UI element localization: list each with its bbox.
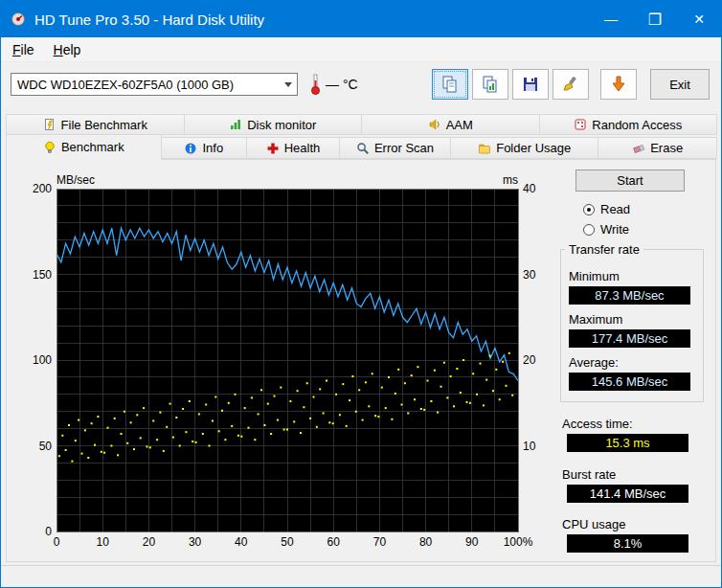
save-screenshot-button[interactable]	[512, 69, 549, 100]
benchmark-lightbulb-icon	[43, 141, 56, 154]
copy-text-button[interactable]	[432, 69, 468, 100]
burst-rate-value: 141.4 MB/sec	[567, 485, 688, 503]
tab-label: Folder Usage	[496, 141, 571, 155]
tab-label: Erase	[650, 141, 683, 155]
tab-erase[interactable]: Erase	[598, 137, 717, 159]
radio-selected-icon[interactable]	[583, 204, 595, 215]
start-button[interactable]: Start	[575, 170, 685, 192]
copy-screenshot-icon	[481, 75, 500, 94]
svg-text:40: 40	[523, 182, 536, 195]
transfer-rate-groupbox: Transfer rate Minimum 87.3 MB/sec Maximu…	[560, 249, 704, 402]
menu-bar: File Help	[1, 37, 721, 62]
transfer-rate-title: Transfer rate	[565, 242, 643, 257]
svg-text:0: 0	[54, 535, 60, 549]
svg-text:40: 40	[235, 535, 248, 549]
svg-text:50: 50	[281, 535, 294, 549]
tab-random-access[interactable]: Random Access	[539, 114, 718, 135]
minimize-button[interactable]: —	[589, 1, 633, 37]
disk-monitor-icon	[229, 118, 242, 131]
erase-icon	[632, 142, 645, 155]
svg-text:30: 30	[523, 268, 536, 282]
tab-row-front: Benchmark Info Health Error Scan Folder …	[6, 134, 716, 159]
benchmark-chart: 0501001502001020304001020304050607080901…	[14, 171, 547, 553]
menu-help[interactable]: Help	[44, 39, 91, 60]
health-cross-icon	[266, 142, 280, 155]
svg-text:100%: 100%	[504, 535, 533, 549]
svg-text:50: 50	[39, 440, 53, 453]
access-time-label: Access time:	[562, 417, 633, 431]
maximum-label: Maximum	[569, 312, 622, 327]
copy-screenshot-button[interactable]	[472, 69, 508, 100]
options-button[interactable]	[553, 69, 589, 100]
svg-text:90: 90	[465, 535, 479, 549]
drive-select[interactable]: WDC WD10EZEX-60ZF5A0 (1000 GB)	[11, 73, 298, 96]
folder-usage-icon	[478, 142, 491, 155]
close-button[interactable]: ✕	[677, 1, 721, 37]
read-radio[interactable]: Read	[583, 202, 630, 216]
write-radio[interactable]: Write	[583, 222, 629, 237]
save-icon	[521, 75, 540, 94]
svg-text:0: 0	[45, 525, 52, 538]
svg-text:80: 80	[419, 535, 433, 549]
tab-error-scan[interactable]: Error Scan	[339, 137, 451, 159]
svg-text:100: 100	[33, 353, 52, 367]
average-value: 145.6 MB/sec	[569, 373, 690, 391]
tab-health[interactable]: Health	[246, 137, 340, 159]
svg-text:150: 150	[33, 268, 52, 282]
svg-text:60: 60	[327, 535, 341, 549]
tab-strip: File Benchmark Disk monitor AAM Random A…	[6, 114, 716, 159]
svg-text:20: 20	[143, 535, 156, 549]
svg-text:10: 10	[97, 535, 110, 549]
drive-select-value: WDC WD10EZEX-60ZF5A0 (1000 GB)	[17, 78, 280, 92]
info-icon	[184, 142, 197, 155]
toolbar: WDC WD10EZEX-60ZF5A0 (1000 GB) — °C	[1, 62, 721, 106]
cpu-usage-label: CPU usage	[562, 517, 625, 531]
minimum-label: Minimum	[569, 269, 620, 283]
read-radio-label: Read	[600, 202, 630, 216]
title-bar: HD Tune Pro 3.50 - Hard Disk Utility — ❐…	[1, 1, 721, 37]
exit-button[interactable]: Exit	[650, 69, 710, 100]
app-icon	[11, 11, 26, 27]
maximize-button[interactable]: ❐	[633, 1, 677, 37]
cpu-usage-value: 8.1%	[567, 534, 688, 553]
svg-text:ms: ms	[503, 173, 518, 187]
aam-speaker-icon	[428, 118, 441, 131]
svg-text:20: 20	[523, 353, 536, 367]
tab-label: Random Access	[592, 118, 682, 132]
radio-unselected-icon[interactable]	[583, 224, 595, 236]
tab-label: Benchmark	[61, 140, 124, 154]
tab-disk-monitor[interactable]: Disk monitor	[184, 114, 363, 135]
window-controls: — ❐ ✕	[589, 1, 721, 37]
random-access-dice-icon	[574, 118, 587, 131]
tab-benchmark[interactable]: Benchmark	[6, 134, 162, 160]
tab-label: Disk monitor	[247, 118, 316, 132]
thermometer-icon	[309, 73, 322, 96]
window-title: HD Tune Pro 3.50 - Hard Disk Utility	[34, 11, 264, 28]
access-time-value: 15.3 ms	[567, 434, 688, 452]
tab-label: Error Scan	[374, 141, 434, 155]
tab-file-benchmark[interactable]: File Benchmark	[6, 114, 185, 135]
tab-folder-usage[interactable]: Folder Usage	[450, 137, 598, 159]
copy-text-icon	[440, 75, 460, 94]
tab-label: Info	[202, 141, 223, 155]
temperature-readout: — °C	[326, 77, 358, 92]
svg-text:MB/sec: MB/sec	[56, 173, 95, 187]
menu-file[interactable]: File	[3, 39, 44, 60]
average-label: Average:	[569, 355, 619, 370]
tab-label: AAM	[446, 118, 473, 132]
svg-text:200: 200	[33, 182, 52, 195]
tab-aam[interactable]: AAM	[361, 114, 540, 135]
paintbrush-icon	[561, 75, 580, 94]
benchmark-page: 0501001502001020304001020304050607080901…	[6, 159, 716, 562]
update-button[interactable]	[600, 69, 637, 100]
download-arrow-icon	[609, 75, 628, 94]
tab-row-back: File Benchmark Disk monitor AAM Random A…	[6, 114, 716, 135]
chevron-down-icon[interactable]	[280, 74, 297, 95]
write-radio-label: Write	[600, 222, 629, 237]
svg-text:10: 10	[523, 440, 536, 453]
burst-rate-label: Burst rate	[562, 467, 616, 482]
svg-text:70: 70	[373, 535, 387, 549]
tab-label: File Benchmark	[61, 118, 147, 132]
tab-label: Health	[284, 141, 321, 155]
tab-info[interactable]: Info	[161, 137, 247, 159]
